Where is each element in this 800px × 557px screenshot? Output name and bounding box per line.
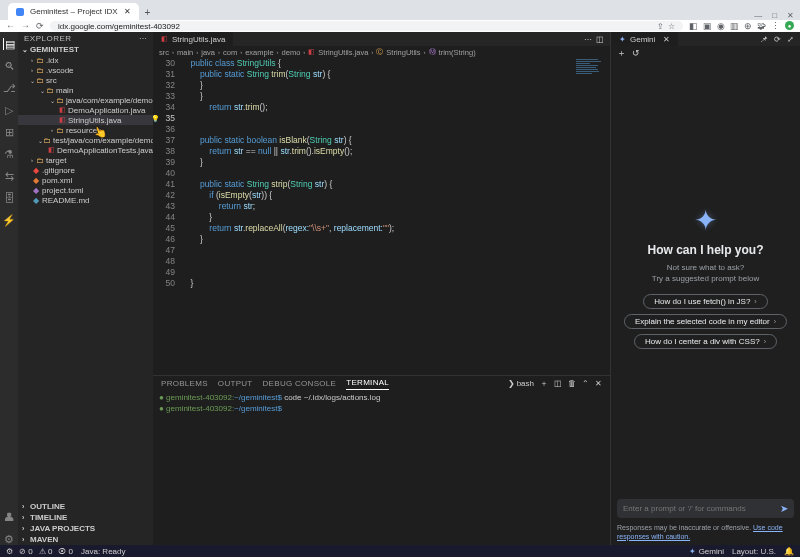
test-icon[interactable]: ⚗ [3,148,15,160]
code-editor[interactable]: 303132333435💡363738394041424344454647484… [153,58,610,375]
tree-file-readme[interactable]: ◆README.md [18,195,153,205]
ports-icon[interactable]: ⇆ [3,170,15,182]
panel-tab-output[interactable]: OUTPUT [218,377,253,390]
breadcrumb-item[interactable]: java [201,48,215,57]
gemini-text-input[interactable] [623,504,780,513]
ext-icon[interactable]: ◉ [717,21,725,31]
status-gemini[interactable]: ✦ Gemini [689,547,724,556]
project-section[interactable]: ⌄GEMINITEST [18,44,153,55]
tree-folder-main-pkg[interactable]: ⌄🗀java/com/example/demo [18,95,153,105]
status-java[interactable]: Java: Ready [81,547,125,556]
tree-folder-test-pkg[interactable]: ⌄🗀test/java/com/example/demo [18,135,153,145]
breadcrumb-item[interactable]: main [177,48,193,57]
terminal-shell[interactable]: ❯bash [508,379,534,388]
nav-forward-icon[interactable]: → [21,21,30,31]
tree-file-pom[interactable]: ◆pom.xml [18,175,153,185]
minimap[interactable] [574,58,610,375]
database-icon[interactable]: 🗄︎ [3,192,15,204]
breadcrumb-item[interactable]: example [245,48,273,57]
tree-folder-src[interactable]: ⌄🗀src [18,75,153,85]
gemini-suggestion-pill[interactable]: How do I use fetch() in JS?› [643,294,767,309]
close-panel-icon[interactable]: ✕ [595,379,602,388]
gemini-tab-close-icon[interactable]: ✕ [663,35,670,44]
tree-file-gitignore[interactable]: ◆.gitignore [18,165,153,175]
status-layout[interactable]: Layout: U.S. [732,547,776,556]
status-item[interactable]: ⚙ [6,547,13,556]
explorer-more-icon[interactable]: ⋯ [139,34,148,43]
extensions-icon[interactable]: ⊞ [3,126,15,138]
maven-section[interactable]: ›MAVEN [18,534,153,545]
lightbulb-icon[interactable]: 💡 [153,113,160,124]
editor-more-icon[interactable]: ⋯ [584,35,592,44]
tree-folder-idx[interactable]: ›🗀.idx [18,55,153,65]
breadcrumb-item[interactable]: StringUtils.java [318,48,368,57]
explorer-icon[interactable]: ▤ [3,38,15,50]
tree-folder-main[interactable]: ⌄🗀main [18,85,153,95]
browser-tab[interactable]: Geminitest – Project IDX ✕ [8,3,139,20]
breadcrumb-item[interactable]: demo [282,48,301,57]
menu-icon[interactable]: ⋮ [771,21,780,31]
tree-folder-resources[interactable]: ›🗀resources [18,125,153,135]
gemini-input[interactable]: ➤ [617,499,794,518]
panel-tab-debug-console[interactable]: DEBUG CONSOLE [263,377,337,390]
tree-file-toml[interactable]: ◆project.toml [18,185,153,195]
account-icon[interactable]: 👤︎ [3,511,15,523]
search-icon[interactable]: 🔍︎ [3,60,15,72]
popout-icon[interactable]: ⤢ [787,35,794,44]
tree-file-stringutils[interactable]: ◧StringUtils.java [18,115,153,125]
pin-icon[interactable]: 📌︎ [760,35,768,44]
new-chat-icon[interactable]: ＋ [617,47,626,60]
run-debug-icon[interactable]: ▷ [3,104,15,116]
java-projects-section[interactable]: ›JAVA PROJECTS [18,523,153,534]
star-icon[interactable]: ☆ [668,22,675,31]
url-field[interactable]: idx.google.com/geminitest-403092 ⇪ ☆ [50,21,683,31]
restore-icon[interactable]: □ [772,11,777,20]
tree-file-demotests[interactable]: ◧DemoApplicationTests.java [18,145,153,155]
ext-icon[interactable]: ▥ [730,21,739,31]
settings-icon[interactable]: ⚙ [3,533,15,545]
new-tab-button[interactable]: + [139,5,157,20]
gemini-suggestion-pill[interactable]: How do I center a div with CSS?› [634,334,777,349]
panel-tab-problems[interactable]: PROBLEMS [161,377,208,390]
tab-close-icon[interactable]: ✕ [124,7,131,16]
code-content[interactable]: public class StringUtils { public static… [181,58,610,375]
maximize-panel-icon[interactable]: ⌃ [582,379,589,388]
breadcrumb[interactable]: src›main›java›com›example›demo›◧ StringU… [153,46,610,58]
terminal-body[interactable]: ● geminitest-403092:~/geminitest$ code ~… [153,390,610,545]
nav-back-icon[interactable]: ← [6,21,15,31]
nav-reload-icon[interactable]: ⟳ [36,21,44,31]
split-editor-icon[interactable]: ◫ [596,35,604,44]
status-item[interactable]: ⊘ 0 [19,547,33,556]
tree-folder-target[interactable]: ›🗀target [18,155,153,165]
history-icon[interactable]: ↺ [632,48,640,58]
ext-icon[interactable]: ⊕ [744,21,752,31]
ext-icon[interactable]: ▣ [703,21,712,31]
minimize-icon[interactable]: — [754,11,762,20]
status-item[interactable]: ⦿ 0 [58,547,73,556]
split-terminal-icon[interactable]: ◫ [554,379,562,388]
window-close-icon[interactable]: ✕ [787,11,794,20]
refresh-icon[interactable]: ⟳ [774,35,781,44]
breadcrumb-item[interactable]: com [223,48,237,57]
source-control-icon[interactable]: ⎇ [3,82,15,94]
tree-folder-vscode[interactable]: ›🗀.vscode [18,65,153,75]
breadcrumb-item[interactable]: StringUtils [386,48,420,57]
avatar-icon[interactable]: ● [785,21,794,30]
gemini-suggestion-pill[interactable]: Explain the selected code in my editor› [624,314,787,329]
new-terminal-icon[interactable]: ＋ [540,378,548,389]
gemini-send-icon[interactable]: ➤ [780,503,788,514]
timeline-section[interactable]: ›TIMELINE [18,512,153,523]
panel-tab-terminal[interactable]: TERMINAL [346,376,389,390]
status-item[interactable]: ⚠ 0 [39,547,53,556]
status-bell-icon[interactable]: 🔔 [784,547,794,556]
ext-icon[interactable]: ◧ [689,21,698,31]
lightning-icon[interactable]: ⚡ [3,214,15,226]
puzzle-icon[interactable]: 🧩︎ [757,21,766,31]
share-icon[interactable]: ⇪ [657,22,664,31]
kill-terminal-icon[interactable]: 🗑 [568,379,576,388]
breadcrumb-item[interactable]: trim(String) [439,48,476,57]
tree-file-demoapp[interactable]: ◧DemoApplication.java [18,105,153,115]
gemini-tab[interactable]: ✦ Gemini ✕ [611,32,678,46]
editor-tab-stringutils[interactable]: ◧ StringUtils.java [153,32,234,46]
breadcrumb-item[interactable]: src [159,48,169,57]
